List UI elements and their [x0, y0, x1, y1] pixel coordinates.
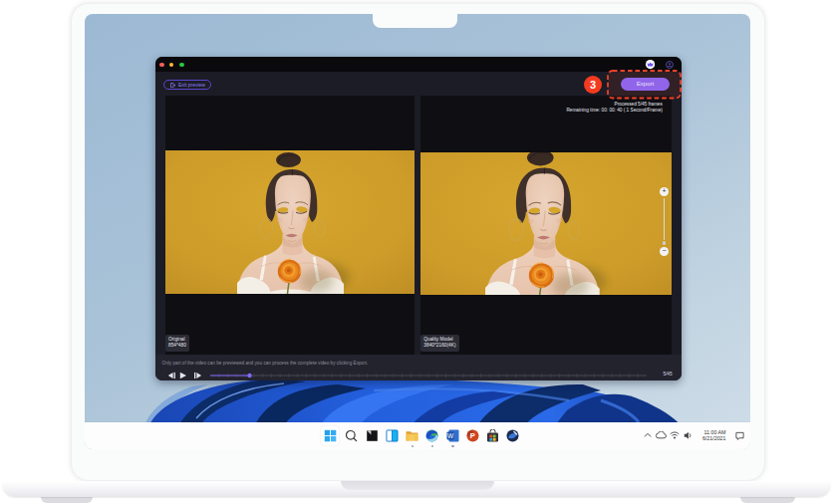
svg-text:W: W: [446, 432, 453, 439]
svg-text:P: P: [469, 431, 474, 440]
